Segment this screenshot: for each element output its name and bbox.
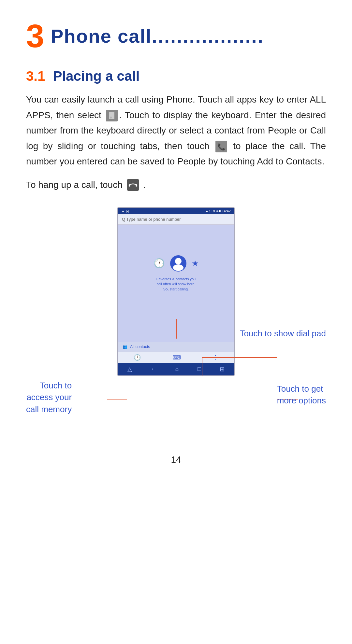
svg-rect-5 xyxy=(136,184,137,187)
history-icon: 🕐 xyxy=(134,354,141,361)
phone-bottom-bar: 🕐 ⌨ ⋮ xyxy=(118,352,234,363)
phone-avatars: 🕐 ★ xyxy=(154,255,199,272)
status-right: ▲↑ RPA■ 14:42 xyxy=(205,209,231,213)
nav-apps-icon: ⊞ xyxy=(220,366,225,373)
nav-recents-icon: ⌂ xyxy=(175,366,179,373)
phone-app-icon xyxy=(106,110,118,121)
hang-up-line: To hang up a call, touch . xyxy=(26,179,326,191)
contact-avatar xyxy=(170,255,186,272)
page: 3 Phone call.................. 3.1 Placi… xyxy=(0,0,352,491)
svg-point-7 xyxy=(173,264,183,271)
diagram-area: ▲ |-| ▲↑ RPA■ 14:42 Q Type name or phone… xyxy=(26,207,326,428)
dial-line-indicator xyxy=(176,319,177,339)
nav-back-icon: △ xyxy=(127,366,132,373)
phone-dial-area xyxy=(118,316,234,342)
status-left: ▲ |-| xyxy=(121,209,129,213)
phone-status-bar: ▲ |-| ▲↑ RPA■ 14:42 xyxy=(118,208,234,214)
clock-icon: 🕐 xyxy=(154,258,165,269)
annotation-more-options: Touch to getmore options xyxy=(277,383,326,407)
chapter-number: 3 xyxy=(26,20,44,52)
body-text: You can easily launch a call using Phone… xyxy=(26,92,326,169)
hangup-icon xyxy=(127,179,139,191)
annotation-call-memory: Touch toaccess yourcall memory xyxy=(26,380,72,415)
phone-content: 🕐 ★ Favorites & contacts youcall often w… xyxy=(118,225,234,316)
nav-home-icon: ← xyxy=(151,366,156,373)
page-number: 14 xyxy=(26,455,326,465)
phone-mockup: ▲ |-| ▲↑ RPA■ 14:42 Q Type name or phone… xyxy=(117,207,235,376)
section-title: Placing a call xyxy=(53,68,139,84)
nav-square-icon: □ xyxy=(198,366,201,373)
contacts-icon: 👥 xyxy=(123,344,127,349)
phone-mockup-container: ▲ |-| ▲↑ RPA■ 14:42 Q Type name or phone… xyxy=(117,207,235,376)
place-call-icon: 📞 xyxy=(215,141,227,152)
chapter-header: 3 Phone call.................. xyxy=(26,20,326,52)
phone-nav-bar: △ ← ⌂ □ ⊞ xyxy=(118,363,234,375)
star-icon: ★ xyxy=(192,259,199,268)
dialpad-icon: ⌨ xyxy=(172,354,181,361)
svg-rect-4 xyxy=(129,184,130,187)
section-number: 3.1 xyxy=(26,68,45,84)
phone-search-bar: Q Type name or phone number xyxy=(118,214,234,225)
section-header: 3.1 Placing a call xyxy=(26,68,326,84)
chapter-title: Phone call.................. xyxy=(51,25,264,47)
svg-text:📞: 📞 xyxy=(217,143,225,151)
more-icon: ⋮ xyxy=(213,354,218,361)
annotation-dial-pad: Touch to show dial pad xyxy=(240,328,326,339)
phone-contacts-bar: 👥 All contacts xyxy=(118,342,234,352)
svg-point-6 xyxy=(175,258,182,264)
favorites-text: Favorites & contacts youcall often will … xyxy=(156,277,196,292)
